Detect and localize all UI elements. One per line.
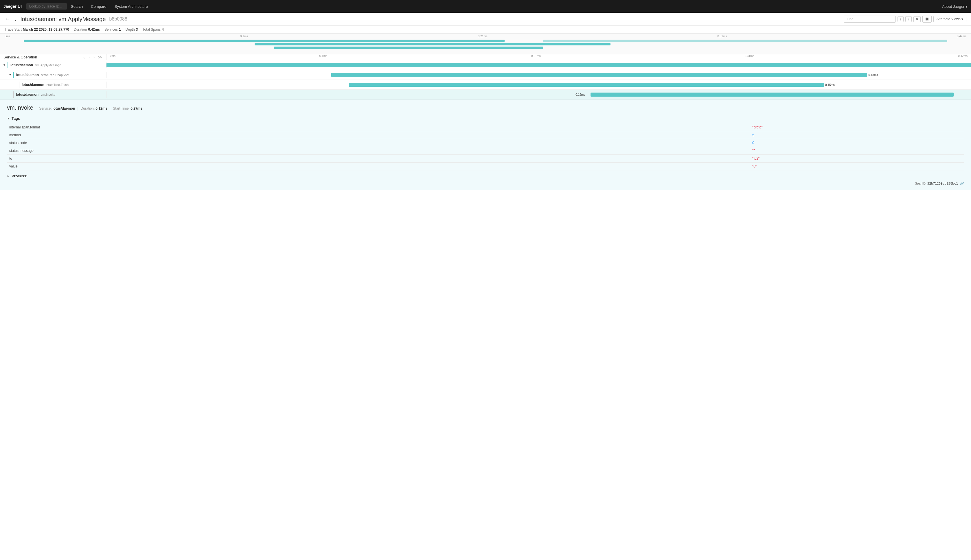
- span-list: ▼ lotus/daemon vm.ApplyMessage ▼ lotus/d…: [0, 60, 971, 100]
- total-spans-value: 4: [162, 27, 164, 32]
- minimap: 0ms 0.1ms 0.21ms 0.31ms 0.42ms: [0, 33, 971, 54]
- duration-label: Duration: [74, 27, 87, 32]
- trace-title: lotus/daemon: vm.ApplyMessage: [20, 16, 106, 23]
- nav-about[interactable]: About Jaeger ▾: [942, 4, 968, 9]
- service-operation-header: Service & Operation ⌄ › » ≫: [0, 54, 107, 60]
- find-input[interactable]: [844, 16, 896, 23]
- timeline-tick-2: 0.21ms: [531, 54, 541, 60]
- process-section: ► Process:: [7, 174, 964, 178]
- span-id-value: 52b71259cd258bc1: [927, 182, 958, 185]
- tag-value: "t02": [750, 155, 964, 163]
- detail-service-value: lotus/daemon: [53, 107, 75, 110]
- minimap-tick-2: 0.21ms: [478, 35, 487, 38]
- tag-value: 0: [750, 139, 964, 147]
- span-vline: [13, 72, 14, 78]
- span-right: 0.12ms: [107, 90, 971, 99]
- span-service: lotus/daemon: [10, 63, 33, 67]
- timeline-header: 0ms 0.1ms 0.21ms 0.31ms 0.42ms: [107, 54, 971, 60]
- tag-key: method: [7, 131, 750, 139]
- process-toggle-icon: ►: [7, 174, 10, 178]
- span-row[interactable]: ▼ lotus/daemon vm.ApplyMessage: [0, 60, 971, 70]
- services-value: 1: [119, 27, 121, 32]
- trace-depth: Depth 3: [125, 27, 138, 32]
- detail-panel: vm.Invoke Service: lotus/daemon | Durati…: [0, 100, 971, 190]
- col-icon-collapse-all[interactable]: ≫: [97, 54, 103, 60]
- detail-start-time-value: 0.27ms: [130, 107, 142, 110]
- tag-row: status.code0: [7, 139, 964, 147]
- services-label: Services: [105, 27, 118, 32]
- col-icon-collapse[interactable]: ⌄: [82, 54, 87, 60]
- minimap-bar-2: [255, 43, 611, 45]
- col-header-icons: ⌄ › » ≫: [82, 54, 103, 60]
- span-operation: vm.Invoke: [41, 93, 55, 96]
- span-left: lotus/daemon vm.Invoke: [0, 92, 107, 98]
- span-row[interactable]: lotus/daemon vm.Invoke 0.12ms: [0, 90, 971, 100]
- trace-header: ← ⌄ lotus/daemon: vm.ApplyMessage b8b008…: [0, 13, 971, 26]
- trace-start: Trace Start March 22 2020, 13:09:27.770: [5, 27, 69, 32]
- collapse-icon[interactable]: ⌄: [13, 17, 17, 22]
- col-icon-expand-all[interactable]: »: [93, 54, 96, 60]
- detail-meta: Service: lotus/daemon | Duration: 0.12ms…: [39, 107, 142, 110]
- find-close-button[interactable]: ✕: [913, 16, 921, 22]
- span-service: lotus/daemon: [16, 93, 38, 97]
- nav-system-architecture-link[interactable]: System Architecture: [110, 4, 152, 9]
- span-bar-label: 0.15ms: [825, 83, 835, 86]
- span-vline: [8, 62, 8, 68]
- span-toggle[interactable]: ▼: [8, 73, 12, 77]
- tag-key: status.message: [7, 147, 750, 155]
- find-box: ↑ ↓ ✕ ⌘ Alternate Views ▾: [844, 16, 967, 23]
- span-operation: vm.ApplyMessage: [35, 63, 61, 67]
- span-left: ▼ lotus/daemon vm.ApplyMessage: [0, 62, 107, 68]
- trace-start-label: Trace Start: [5, 27, 22, 32]
- span-row[interactable]: lotus/daemon stateTree.Flush 0.15ms: [0, 80, 971, 90]
- detail-service-label: Service:: [39, 107, 52, 110]
- span-toggle[interactable]: ▼: [2, 63, 7, 67]
- span-bar-label-prefix: 0.12ms: [576, 93, 585, 96]
- find-prev-button[interactable]: ↑: [898, 16, 904, 22]
- trace-total-spans: Total Spans 4: [143, 27, 164, 32]
- detail-separator-1: |: [78, 107, 78, 110]
- alternate-views-button[interactable]: Alternate Views ▾: [933, 16, 967, 22]
- span-left: lotus/daemon stateTree.Flush: [0, 82, 107, 88]
- span-bar: [349, 83, 824, 87]
- span-right: 0.15ms: [107, 80, 971, 89]
- timeline-tick-4: 0.42ms: [958, 54, 968, 60]
- tag-row: value"0": [7, 163, 964, 170]
- minimap-bar-3: [274, 47, 543, 49]
- detail-separator-2: |: [110, 107, 110, 110]
- span-id-label: SpanID:: [915, 182, 926, 185]
- col-icon-expand[interactable]: ›: [88, 54, 90, 60]
- trace-meta: Trace Start March 22 2020, 13:09:27.770 …: [0, 26, 971, 33]
- detail-start-time: Start Time: 0.27ms: [113, 107, 142, 110]
- span-service: lotus/daemon: [22, 83, 44, 87]
- nav-compare-link[interactable]: Compare: [87, 4, 110, 9]
- column-headers: Service & Operation ⌄ › » ≫ 0ms 0.1ms 0.…: [0, 54, 971, 60]
- cmd-icon[interactable]: ⌘: [923, 16, 932, 23]
- tag-key: value: [7, 163, 750, 170]
- span-row[interactable]: ▼ lotus/daemon stateTree.SnapShot 0.18ms: [0, 70, 971, 80]
- minimap-bars: [5, 38, 966, 50]
- process-section-label: Process:: [12, 174, 27, 178]
- tag-key: to: [7, 155, 750, 163]
- nav-search-link[interactable]: Search: [67, 4, 87, 9]
- span-id-link-icon[interactable]: 🔗: [960, 182, 964, 185]
- tag-row: status.message"": [7, 147, 964, 155]
- tags-table: internal.span.format"proto"method5status…: [7, 123, 964, 170]
- minimap-bar-4: [543, 40, 947, 42]
- detail-start-time-label: Start Time:: [113, 107, 130, 110]
- back-button[interactable]: ←: [5, 16, 10, 22]
- detail-service: Service: lotus/daemon: [39, 107, 75, 110]
- span-bar-label: 0.18ms: [868, 73, 878, 77]
- tags-section-header[interactable]: ▼ Tags: [7, 116, 964, 121]
- minimap-tick-4: 0.42ms: [957, 35, 966, 38]
- trace-lookup-input[interactable]: [26, 3, 67, 10]
- nav-brand: Jaeger UI: [3, 4, 22, 9]
- duration-value: 0.42ms: [88, 27, 100, 32]
- process-section-header[interactable]: ► Process:: [7, 174, 964, 178]
- depth-value: 3: [136, 27, 138, 32]
- find-next-button[interactable]: ↓: [905, 16, 912, 22]
- trace-id: b8b0088: [109, 17, 127, 22]
- span-id-row: SpanID: 52b71259cd258bc1 🔗: [7, 182, 964, 185]
- tag-row: method5: [7, 131, 964, 139]
- minimap-bar-1: [24, 40, 505, 42]
